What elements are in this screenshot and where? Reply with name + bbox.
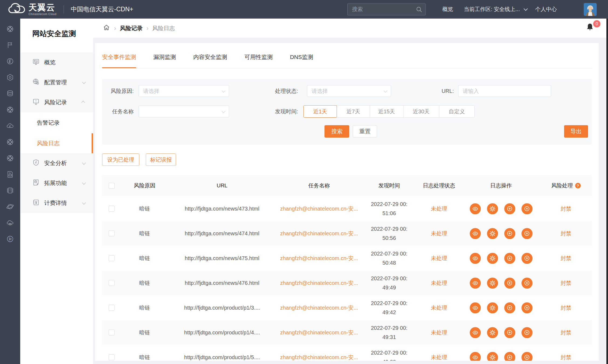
row-checkbox[interactable] — [109, 230, 115, 236]
brand-logo[interactable]: 天翼云 Chinatelecom Cloud — [8, 2, 57, 16]
task-name-link[interactable]: zhangfzh@chinatelecom.cn-安... — [276, 354, 362, 361]
view-eye-icon[interactable] — [470, 203, 481, 214]
time-option-30days[interactable]: 近30天 — [403, 105, 439, 118]
gear-icon[interactable] — [487, 327, 498, 338]
circle-x-icon[interactable] — [521, 327, 533, 338]
row-checkbox[interactable] — [109, 354, 115, 360]
home-icon[interactable] — [103, 24, 110, 33]
workspace-selector[interactable]: 当前工作区: 安全线上... — [464, 6, 527, 13]
task-name-link[interactable]: zhangfzh@chinatelecom.cn-安... — [276, 279, 362, 287]
nodes-icon[interactable] — [0, 150, 20, 166]
search-button[interactable]: 搜索 — [324, 125, 349, 138]
vertical-scrollbar[interactable] — [606, 19, 608, 364]
gear-icon[interactable] — [487, 203, 498, 214]
select-all-checkbox[interactable] — [109, 183, 115, 189]
gear-icon[interactable] — [487, 352, 498, 361]
nodes-icon[interactable] — [0, 134, 20, 150]
sidebar-item-alert-records[interactable]: 告警记录 — [20, 112, 93, 133]
edge-icon[interactable] — [0, 53, 20, 69]
nodes-icon[interactable] — [0, 21, 20, 37]
search-input[interactable] — [347, 4, 426, 15]
view-eye-icon[interactable] — [470, 327, 481, 338]
risk-ban-link[interactable]: 封禁 — [540, 354, 592, 361]
circle-plus-icon[interactable] — [504, 253, 515, 264]
circle-x-icon[interactable] — [521, 278, 533, 289]
risk-ban-link[interactable]: 封禁 — [540, 205, 592, 212]
gear-icon[interactable] — [487, 302, 498, 313]
circle-x-icon[interactable] — [521, 352, 533, 361]
help-question-icon[interactable]: ? — [575, 183, 581, 188]
gear-icon[interactable] — [487, 253, 498, 264]
task-name-link[interactable]: zhangfzh@chinatelecom.cn-安... — [276, 230, 362, 237]
export-button[interactable]: 导出 — [564, 125, 588, 138]
circle-plus-icon[interactable] — [504, 278, 515, 289]
task-name-select[interactable] — [139, 106, 229, 117]
circle-x-icon[interactable] — [521, 228, 533, 239]
tab-content-security[interactable]: 内容安全监测 — [193, 53, 227, 68]
risk-ban-link[interactable]: 封禁 — [540, 329, 592, 336]
circle-plus-icon[interactable] — [504, 327, 515, 338]
mark-false-positive-button[interactable]: 标记误报 — [146, 153, 176, 166]
row-checkbox[interactable] — [109, 330, 115, 335]
sidebar-item-overview[interactable]: 概览 — [20, 52, 93, 72]
cloud-bolt-icon[interactable] — [0, 118, 20, 134]
doc-cloud-icon[interactable] — [0, 166, 20, 182]
circle-plus-icon[interactable] — [504, 203, 515, 214]
cloud-storage-icon[interactable] — [0, 215, 20, 231]
tab-vulnerability[interactable]: 漏洞监测 — [153, 53, 176, 68]
nav-overview[interactable]: 概览 — [442, 6, 453, 13]
row-checkbox[interactable] — [109, 305, 115, 311]
circle-x-icon[interactable] — [521, 253, 533, 264]
risk-ban-link[interactable]: 封禁 — [540, 279, 592, 287]
row-checkbox[interactable] — [109, 255, 115, 261]
database-icon[interactable] — [0, 85, 20, 102]
sidebar-item-extensions[interactable]: 拓展功能 — [20, 173, 93, 193]
risk-reason-select[interactable]: 请选择 — [139, 85, 229, 97]
sidebar-item-config[interactable]: 配置管理 — [20, 72, 93, 92]
circle-plus-icon[interactable] — [504, 352, 515, 361]
time-option-15days[interactable]: 近15天 — [370, 105, 403, 118]
status-select[interactable]: 请选择 — [307, 85, 391, 97]
view-eye-icon[interactable] — [470, 302, 481, 313]
task-name-link[interactable]: zhangfzh@chinatelecom.cn-安... — [276, 304, 362, 312]
risk-ban-link[interactable]: 封禁 — [540, 304, 592, 312]
circle-x-icon[interactable] — [521, 203, 533, 214]
view-eye-icon[interactable] — [470, 352, 481, 361]
risk-ban-link[interactable]: 封禁 — [540, 255, 592, 262]
circle-x-icon[interactable] — [521, 302, 533, 313]
gear-icon[interactable] — [487, 278, 498, 289]
row-checkbox[interactable] — [109, 206, 115, 212]
server-icon[interactable] — [0, 182, 20, 198]
nut-icon[interactable] — [0, 69, 20, 85]
planet-icon[interactable] — [0, 198, 20, 215]
play-icon[interactable] — [0, 231, 20, 247]
view-eye-icon[interactable] — [470, 253, 481, 264]
task-name-link[interactable]: zhangfzh@chinatelecom.cn-安... — [276, 329, 362, 336]
search-icon[interactable] — [416, 6, 422, 14]
reset-button[interactable]: 重置 — [353, 125, 377, 138]
sidebar-item-security-analysis[interactable]: 安全分析 — [20, 153, 93, 173]
risk-ban-link[interactable]: 封禁 — [540, 230, 592, 237]
tab-dns[interactable]: DNS监测 — [290, 53, 313, 68]
breadcrumb-risk-records[interactable]: 风险记录 — [120, 24, 143, 32]
tab-security-events[interactable]: 安全事件监测 — [102, 53, 136, 68]
url-input[interactable] — [458, 85, 551, 97]
nodes-icon[interactable] — [0, 102, 20, 118]
circle-plus-icon[interactable] — [504, 228, 515, 239]
view-eye-icon[interactable] — [470, 278, 481, 289]
notification-bell[interactable]: 0 — [585, 22, 598, 35]
nav-personal-center[interactable]: 个人中心 — [535, 6, 557, 13]
set-processed-button[interactable]: 设为已处理 — [102, 153, 139, 166]
time-option-7days[interactable]: 近7天 — [337, 105, 370, 118]
gear-icon[interactable] — [487, 228, 498, 239]
sidebar-item-billing[interactable]: 计费详情 — [20, 193, 93, 213]
task-name-link[interactable]: zhangfzh@chinatelecom.cn-安... — [276, 205, 362, 212]
user-avatar[interactable] — [584, 3, 597, 16]
sidebar-item-risk-records[interactable]: 风险记录 — [20, 92, 93, 112]
circle-plus-icon[interactable] — [504, 302, 515, 313]
view-eye-icon[interactable] — [470, 228, 481, 239]
flag-icon[interactable] — [0, 37, 20, 53]
time-option-1day[interactable]: 近1天 — [303, 105, 337, 118]
sidebar-item-risk-log[interactable]: 风险日志 — [20, 133, 93, 153]
time-option-custom[interactable]: 自定义 — [439, 105, 475, 118]
